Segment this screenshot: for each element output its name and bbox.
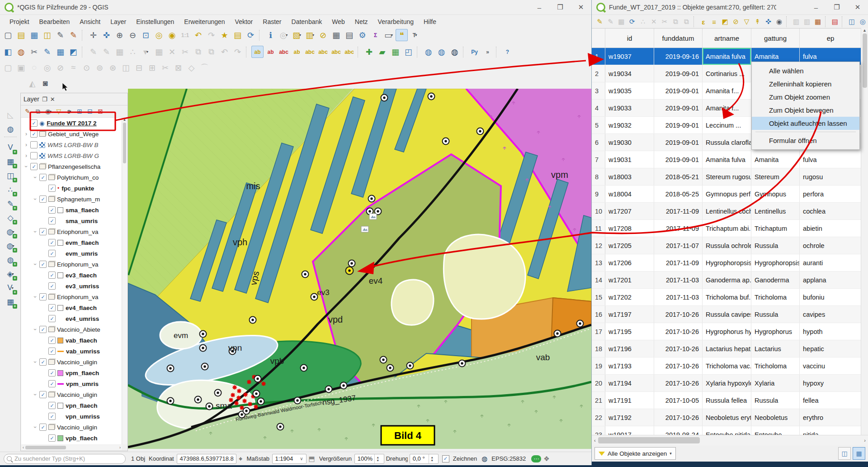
select-by-radius-icon[interactable]: ◎ — [41, 62, 53, 74]
table-row-w17192[interactable]: 22w171922017-10-26Neoboletus eryt...Neob… — [592, 409, 862, 426]
cell-id[interactable]: w19030 — [605, 134, 654, 151]
cell-id[interactable]: w18003 — [605, 168, 654, 185]
select-all-icon[interactable]: ≡ — [709, 16, 719, 27]
add-group-icon[interactable]: ⧉ — [33, 106, 43, 116]
layer-visibility-checkbox[interactable]: ✓ — [48, 413, 56, 420]
layer-item-vpm-umris[interactable]: ✓vpm_umris — [21, 378, 122, 389]
python-console-icon[interactable]: Py — [468, 46, 481, 58]
layer-item-evm-umris[interactable]: ✓evm_umris — [21, 248, 122, 259]
processing-toolbox-icon[interactable]: ⚙ — [356, 29, 368, 41]
cell-id[interactable]: w19032 — [605, 117, 654, 133]
layer-item-ev3-umriss[interactable]: ✓ev3_umriss — [21, 281, 122, 291]
menu-datenbank[interactable]: Datenbank — [287, 16, 327, 27]
magnifier-input[interactable]: 100% ▲▼ — [354, 454, 384, 464]
multiedit-mode-icon[interactable]: ✎ — [605, 16, 616, 27]
reload-table-icon[interactable]: ⟳ — [627, 16, 637, 27]
row-number[interactable]: 9 — [592, 186, 605, 202]
row-number[interactable]: 14 — [592, 272, 605, 288]
row-number[interactable]: 13 — [592, 254, 605, 271]
layer-item-pflanzengesellscha[interactable]: ›✓Pflanzengesellscha — [21, 161, 122, 172]
cell-artname[interactable]: Leccinum ... — [703, 117, 751, 133]
layout-manager-icon[interactable]: ▦ — [54, 46, 66, 58]
simplify-feature-icon[interactable]: ≈ — [67, 62, 80, 74]
cell-artname[interactable]: Russula ochrole... — [703, 237, 751, 254]
expander-icon[interactable]: › — [32, 294, 38, 300]
map-themes-icon[interactable]: ◍ — [15, 46, 27, 58]
table-row-w17196[interactable]: 18w171962017-10-26Lactarius hepati...Lac… — [592, 340, 862, 357]
cell-id[interactable]: w17197 — [605, 306, 654, 323]
add-vector-tile-layer-icon[interactable]: ◈▾ — [4, 267, 17, 280]
select-by-expression-icon[interactable]: ε — [698, 16, 708, 27]
row-number[interactable]: 17 — [592, 323, 605, 340]
cell-id[interactable]: w18004 — [605, 186, 654, 202]
save-layer-edits-icon[interactable]: ✎ — [100, 46, 113, 58]
search-widget-icon[interactable]: ◎ — [858, 16, 868, 27]
cell-artname[interactable]: Amanita fulva — [703, 151, 751, 168]
zoom-out-icon[interactable]: ⊖ — [127, 29, 139, 41]
table-row-w17205[interactable]: 12w172052017-11-07Russula ochrole...Russ… — [592, 237, 862, 254]
cell-ep[interactable]: hypoxy — [800, 375, 862, 391]
cell-id[interactable]: w17196 — [605, 340, 654, 357]
form-view-toggle[interactable]: ◫ — [838, 447, 851, 460]
layer-visibility-checkbox[interactable]: ✓ — [48, 337, 56, 344]
layer-item-wms-lgrb-bw-b[interactable]: ›WMS LGRB-BW B — [21, 139, 122, 150]
table-row-w17191[interactable]: 21w171912017-10-05Russula felleaRussulaf… — [592, 392, 862, 409]
copy-selected-icon[interactable]: ⧉ — [670, 16, 681, 27]
zoom-to-selection-icon[interactable]: ◉ — [774, 16, 784, 27]
edit-attributes-icon[interactable]: ▦ — [153, 46, 165, 58]
row-number[interactable]: 10 — [592, 203, 605, 219]
current-edits-icon[interactable]: ▾▾ — [140, 46, 152, 58]
save-project-as-icon[interactable]: ◫ — [41, 29, 53, 41]
new-vector-layer-icon[interactable]: V — [4, 141, 17, 154]
cell-artname[interactable]: Stereum rugosum — [703, 168, 751, 185]
save-edits-icon[interactable]: ▦ — [616, 16, 627, 27]
table-row-w17193[interactable]: 19w171932017-10-26Tricholoma vac...Trich… — [592, 357, 862, 375]
table-view-toggle[interactable]: ▦ — [853, 447, 865, 460]
cell-artname[interactable]: Tricholoma vac... — [703, 357, 751, 374]
layer-item-ev4-flaech[interactable]: ✓ev4_flaech — [21, 302, 122, 313]
cell-id[interactable]: w19017 — [605, 426, 654, 435]
cell-funddatum[interactable]: 2017-10-26 — [654, 340, 703, 357]
table-row-w17202[interactable]: 15w172022017-11-03Tricholoma buf...Trich… — [592, 289, 862, 306]
layer-item-funde-wt-2017-2[interactable]: ✓◉Funde WT 2017 2 — [21, 118, 122, 129]
layer-visibility-checkbox[interactable]: ✓ — [39, 424, 47, 431]
cell-gattung[interactable]: Hygrophorus — [751, 323, 800, 340]
menu-item-zum-objekt-bewegen[interactable]: Zum Objekt bewegen — [752, 104, 859, 117]
row-number[interactable]: 18 — [592, 340, 605, 357]
cell-funddatum[interactable]: 2017-10-26 — [654, 357, 703, 374]
wms-services-icon[interactable]: ◍ — [422, 46, 434, 58]
open-layer-styling-dock-icon[interactable]: ✎ — [23, 106, 33, 116]
new-geopackage-icon[interactable]: ✚ — [363, 46, 375, 58]
panel-float-icon[interactable]: ❐ — [42, 96, 47, 103]
raster-tools-icon[interactable]: ▰ — [376, 46, 388, 58]
table-row-w17207[interactable]: 10w172072017-11-09Lentinellus coch...Len… — [592, 203, 862, 220]
open-attribute-table-icon[interactable]: ▦ — [330, 29, 342, 41]
expander-icon[interactable]: › — [32, 196, 38, 202]
identify-features-icon[interactable]: ℹ — [264, 29, 277, 41]
rotate-feature-icon[interactable]: ◇ — [185, 62, 198, 74]
layer-item-eriophorum-va[interactable]: ›✓Eriophorum_va — [21, 291, 122, 302]
row-number[interactable]: 7 — [592, 151, 605, 168]
cell-gattung[interactable]: Entocybe — [751, 426, 800, 435]
cell-ep[interactable]: fellea — [800, 392, 862, 409]
cell-id[interactable]: w17195 — [605, 323, 654, 340]
expander-icon[interactable]: › — [32, 326, 38, 333]
cell-artname[interactable]: Ganoderma ap... — [703, 272, 751, 288]
table-row-w18004[interactable]: 9w180042018-05-25Gymnopus perf...Gymnopu… — [592, 186, 862, 203]
cell-id[interactable]: w17207 — [605, 203, 654, 219]
column-header-artname[interactable]: artname — [703, 29, 751, 48]
cut-features-icon[interactable]: ✂ — [179, 46, 191, 58]
new-print-layout-icon[interactable]: ◩ — [67, 46, 80, 58]
fill-ring-icon[interactable]: ⊛ — [107, 62, 119, 74]
menu-raster[interactable]: Raster — [258, 16, 286, 27]
cell-artname[interactable]: Russula claroflava — [703, 134, 751, 151]
cell-artname[interactable]: Amanita f... — [703, 100, 751, 116]
layer-visibility-checkbox[interactable]: ✓ — [30, 119, 38, 127]
cell-ep[interactable]: hepatic — [800, 340, 862, 357]
menu-item-objekt-aufleuchten-lassen[interactable]: Objekt aufleuchten lassen — [752, 117, 859, 130]
cell-id[interactable]: w17208 — [605, 220, 654, 237]
layer-visibility-checkbox[interactable]: ✓ — [48, 315, 56, 322]
layer-visibility-checkbox[interactable]: ✓ — [48, 348, 56, 355]
table-row-w17206[interactable]: 13w172062017-11-09Hygrophoropsis...Hygro… — [592, 254, 862, 272]
layer-visibility-checkbox[interactable]: ✓ — [48, 239, 56, 246]
